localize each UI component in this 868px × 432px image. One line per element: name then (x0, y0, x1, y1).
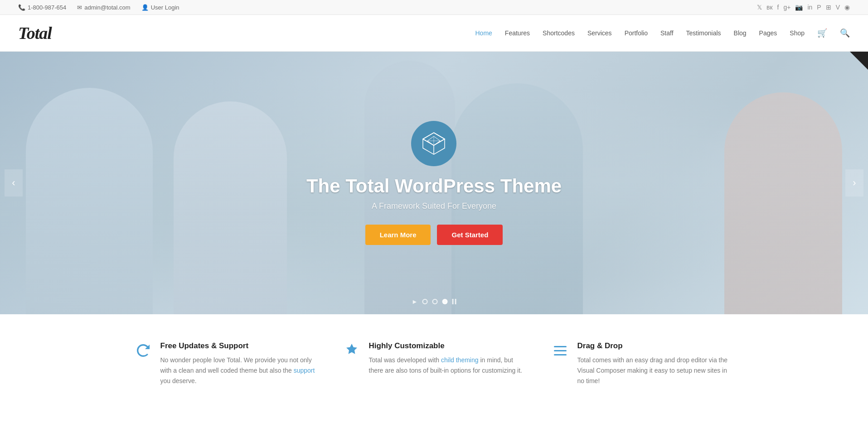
corner-decoration (850, 52, 868, 70)
header: Total Home Features Shortcodes Services … (0, 15, 868, 52)
nav-features[interactable]: Features (505, 29, 530, 37)
houzz-link[interactable]: ⊞ (826, 4, 831, 11)
svg-rect-9 (554, 350, 567, 351)
features-section: Free Updates & Support No wonder people … (0, 314, 868, 413)
person-silhouette (724, 92, 842, 314)
nav-blog[interactable]: Blog (734, 29, 747, 37)
phone-number: 1-800-987-654 (28, 4, 66, 11)
vimeo-icon: V (836, 4, 840, 11)
hero-title: The Total WordPress Theme (306, 175, 562, 197)
cart-icon[interactable]: 🛒 (817, 28, 827, 38)
refresh-icon (135, 342, 151, 386)
hero-section: The Total WordPress Theme A Framework Su… (0, 52, 868, 314)
pinterest-icon: P (817, 4, 821, 11)
feature-text-customizable: Total was developed with child theming i… (369, 355, 525, 376)
rss-link[interactable]: ◉ (844, 4, 850, 11)
pause-bar-2 (455, 299, 456, 304)
search-icon[interactable]: 🔍 (840, 28, 850, 38)
feature-content-updates: Free Updates & Support No wonder people … (160, 341, 316, 386)
googleplus-link[interactable]: g+ (783, 4, 790, 11)
top-bar: 📞 1-800-987-654 ✉ admin@total.com 👤 User… (0, 0, 868, 15)
support-link[interactable]: support (294, 367, 315, 374)
twitter-link[interactable]: 𝕏 (757, 4, 762, 11)
linkedin-icon: in (807, 4, 812, 11)
slider-pause-button[interactable] (452, 299, 456, 304)
nav-shortcodes[interactable]: Shortcodes (543, 29, 575, 37)
phone-icon: 📞 (18, 4, 25, 11)
vimeo-link[interactable]: V (836, 4, 840, 11)
top-bar-contact: 📞 1-800-987-654 ✉ admin@total.com 👤 User… (18, 4, 179, 11)
drag-drop-icon (552, 342, 568, 386)
slider-dot-3[interactable] (442, 299, 448, 304)
cube-icon (421, 131, 446, 156)
main-nav: Home Features Shortcodes Services Portfo… (475, 28, 850, 38)
feature-item-updates: Free Updates & Support No wonder people … (135, 341, 316, 386)
hero-logo-circle (411, 121, 456, 166)
slider-dots: ► (412, 298, 456, 305)
user-icon: 👤 (141, 4, 149, 11)
email-address: admin@total.com (84, 4, 130, 11)
nav-staff[interactable]: Staff (660, 29, 674, 37)
slider-prev-button[interactable]: ‹ (5, 169, 23, 197)
hero-cta-buttons: Learn More Get Started (306, 225, 562, 245)
site-logo[interactable]: Total (18, 23, 52, 43)
feature-text-updates: No wonder people love Total. We provide … (160, 355, 316, 386)
houzz-icon: ⊞ (826, 4, 831, 11)
hero-content: The Total WordPress Theme A Framework Su… (306, 121, 562, 245)
person-silhouette (26, 88, 153, 314)
pause-bar-1 (452, 299, 454, 304)
nav-shop[interactable]: Shop (790, 29, 805, 37)
instagram-icon: 📷 (795, 4, 803, 11)
slider-dot-2[interactable] (432, 299, 438, 304)
email-info: ✉ admin@total.com (77, 4, 130, 11)
person-silhouette (174, 101, 287, 314)
feature-text-dragdrop: Total comes with an easy drag and drop e… (577, 355, 733, 386)
nav-portfolio[interactable]: Portfolio (625, 29, 648, 37)
phone-info: 📞 1-800-987-654 (18, 4, 66, 11)
feature-item-customizable: Highly Customizable Total was developed … (344, 341, 525, 386)
email-icon: ✉ (77, 4, 82, 11)
facebook-link[interactable]: f (777, 4, 779, 11)
vk-link[interactable]: вк (766, 4, 773, 11)
linkedin-link[interactable]: in (807, 4, 812, 11)
login-text: User Login (151, 4, 179, 11)
hero-subtitle: A Framework Suited For Everyone (306, 202, 562, 211)
nav-services[interactable]: Services (587, 29, 612, 37)
feature-content-customizable: Highly Customizable Total was developed … (369, 341, 525, 386)
slider-next-button[interactable]: › (845, 169, 863, 197)
facebook-icon: f (777, 4, 779, 11)
svg-rect-10 (554, 354, 567, 355)
instagram-link[interactable]: 📷 (795, 4, 803, 11)
feature-title-customizable: Highly Customizable (369, 341, 525, 350)
slider-dot-1[interactable] (422, 299, 428, 304)
rss-icon: ◉ (844, 4, 850, 11)
slider-dot-arrow[interactable]: ► (412, 298, 418, 305)
twitter-icon: 𝕏 (757, 4, 762, 11)
child-theming-link[interactable]: child theming (441, 356, 479, 364)
get-started-button[interactable]: Get Started (437, 225, 503, 245)
user-login-info[interactable]: 👤 User Login (141, 4, 179, 11)
feature-content-dragdrop: Drag & Drop Total comes with an easy dra… (577, 341, 733, 386)
vk-icon: вк (766, 4, 773, 11)
svg-rect-8 (554, 346, 567, 347)
social-links: 𝕏 вк f g+ 📷 in P ⊞ V ◉ (757, 4, 850, 11)
nav-testimonials[interactable]: Testimonials (686, 29, 721, 37)
googleplus-icon: g+ (783, 4, 790, 11)
learn-more-button[interactable]: Learn More (365, 225, 431, 245)
nav-pages[interactable]: Pages (759, 29, 777, 37)
feature-title-updates: Free Updates & Support (160, 341, 316, 350)
pinterest-link[interactable]: P (817, 4, 821, 11)
feature-title-dragdrop: Drag & Drop (577, 341, 733, 350)
star-icon (344, 342, 360, 386)
feature-item-dragdrop: Drag & Drop Total comes with an easy dra… (552, 341, 733, 386)
nav-home[interactable]: Home (475, 29, 492, 37)
